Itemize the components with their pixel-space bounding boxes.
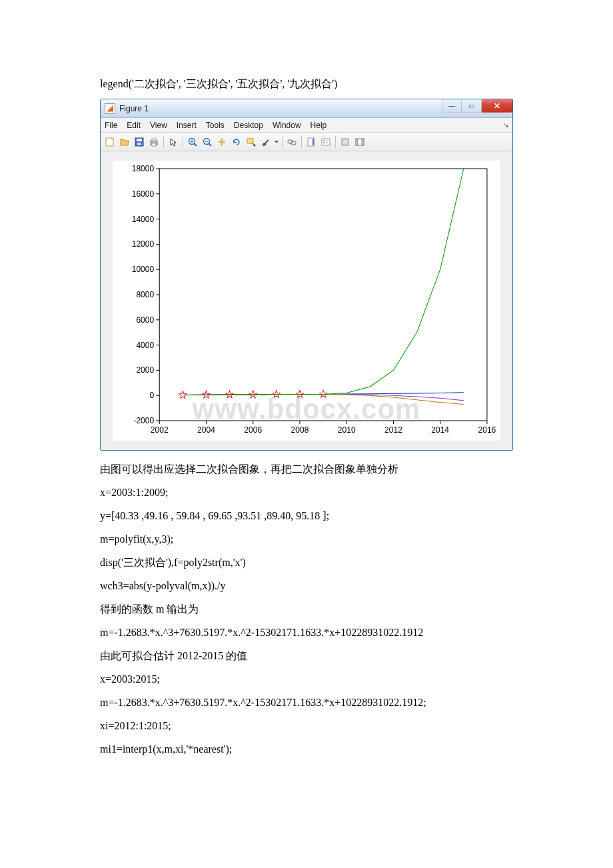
window-title: Figure 1 [119,104,149,113]
text-m-output: 得到的函数 m 输出为 [100,599,513,620]
svg-text:2006: 2006 [244,425,262,435]
code-x-2015: x=2003:2015; [100,669,513,690]
svg-rect-5 [152,139,156,141]
show-tools-icon[interactable] [353,135,366,149]
brush-dropdown-icon[interactable] [274,135,279,149]
matlab-icon [105,103,115,114]
zoom-in-icon[interactable] [186,135,199,149]
data-cursor-icon[interactable] [245,135,258,149]
code-wch3: wch3=abs(y-polyval(m,x))./y [100,575,513,597]
code-interp1: mi1=interp1(x,m,xi,'*nearest'); [100,739,513,760]
svg-rect-30 [159,169,487,421]
svg-text:6000: 6000 [136,315,154,325]
print-icon[interactable] [147,135,161,149]
hide-tools-icon[interactable] [338,135,352,149]
svg-rect-20 [312,139,314,145]
minimize-button[interactable]: — [442,99,462,113]
svg-text:2016: 2016 [478,425,496,435]
menu-tools[interactable]: Tools [206,121,225,130]
menu-window[interactable]: Window [273,121,301,130]
code-line-legend: legend('二次拟合', '三次拟合', '五次拟合', '九次拟合') [100,73,513,95]
svg-text:2000: 2000 [136,365,154,375]
svg-text:10000: 10000 [132,265,155,274]
menu-bar: File Edit View Insert Tools Desktop Wind… [101,118,512,133]
text-estimate: 由此可拟合估计 2012-2015 的值 [100,645,513,667]
window-controls: — ▭ ✕ [442,99,512,113]
window-title-bar: Figure 1 — ▭ ✕ [101,99,512,118]
matlab-figure-window: Figure 1 — ▭ ✕ File Edit View Insert Too… [100,99,513,451]
svg-rect-21 [322,139,330,145]
code-disp: disp('三次拟合'),f=poly2str(m,'x') [100,552,513,573]
rotate-icon[interactable] [230,135,243,149]
zoom-out-icon[interactable] [201,135,214,149]
svg-rect-6 [152,143,156,146]
close-button[interactable]: ✕ [482,99,512,113]
link-icon[interactable] [285,135,299,149]
chart-axes: -200002000400060008000100001200014000160… [113,161,500,441]
code-polyfit: m=polyfit(x,y,3); [100,529,513,550]
open-icon[interactable] [118,135,131,149]
maximize-button[interactable]: ▭ [462,99,482,113]
svg-text:2004: 2004 [197,425,215,435]
svg-line-8 [194,143,197,146]
menu-edit[interactable]: Edit [127,121,141,130]
svg-line-16 [265,140,269,143]
brush-icon[interactable] [259,135,273,149]
code-m-poly: m=-1.2683.*x.^3+7630.5197.*x.^2-15302171… [100,622,513,643]
menu-desktop[interactable]: Desktop [234,121,263,130]
svg-point-15 [254,144,256,146]
pan-icon[interactable] [215,135,229,149]
menu-insert[interactable]: Insert [177,121,197,130]
new-figure-icon[interactable] [103,135,117,149]
svg-text:-2000: -2000 [133,416,154,425]
code-y-vec: y=[40.33 ,49.16 , 59.84 , 69.65 ,93.51 ,… [100,505,513,527]
menu-view[interactable]: View [150,121,167,130]
dock-icon[interactable]: ↘ [503,121,508,129]
text-analysis: 由图可以得出应选择二次拟合图象，再把二次拟合图象单独分析 [100,459,513,480]
svg-text:2012: 2012 [384,425,402,435]
svg-text:2014: 2014 [431,425,449,435]
code-x-vec: x=2003:1:2009; [100,482,513,503]
svg-text:2002: 2002 [151,425,169,435]
svg-text:14000: 14000 [132,215,155,224]
toolbar [101,133,512,151]
svg-line-12 [209,143,211,146]
colorbar-icon[interactable] [305,135,318,149]
svg-rect-29 [362,139,364,145]
code-xi: xi=2012:1:2015; [100,715,513,737]
svg-text:12000: 12000 [132,239,155,249]
svg-rect-28 [356,139,358,145]
svg-rect-2 [137,139,142,141]
code-m-poly2: m=-1.2683.*x.^3+7630.5197.*x.^2-15302171… [100,692,513,713]
svg-text:2010: 2010 [338,425,356,435]
svg-text:8000: 8000 [136,290,154,299]
svg-text:18000: 18000 [132,164,155,173]
pointer-icon[interactable] [167,135,180,149]
svg-text:2008: 2008 [291,425,309,435]
svg-rect-3 [137,143,141,145]
svg-text:0: 0 [150,391,155,400]
svg-text:16000: 16000 [132,189,155,199]
svg-rect-26 [342,139,348,145]
legend-icon[interactable] [319,135,332,149]
menu-file[interactable]: File [105,121,117,130]
svg-text:4000: 4000 [136,341,154,350]
menu-help[interactable]: Help [310,121,327,130]
plot-area: -200002000400060008000100001200014000160… [101,151,512,450]
save-icon[interactable] [133,135,146,149]
